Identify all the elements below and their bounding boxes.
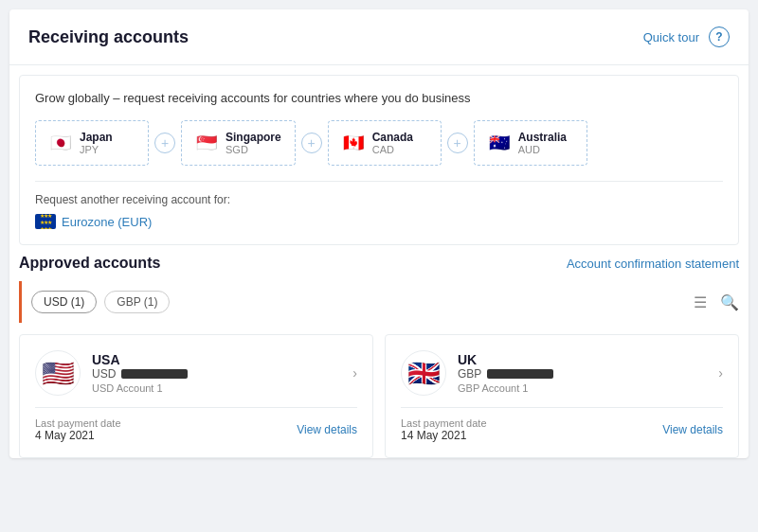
usa-account-name: USD Account 1 (92, 382, 188, 394)
eurozone-label: Eurozone (EUR) (62, 215, 152, 229)
australia-currency: AUD (518, 144, 567, 155)
main-card: Receiving accounts Quick tour ? Grow glo… (9, 9, 749, 458)
page-header: Receiving accounts Quick tour ? (9, 9, 749, 65)
uk-account-name: GBP Account 1 (458, 382, 553, 394)
usa-card-header: 🇺🇸 USA USD USD Account 1 › (35, 350, 357, 396)
usa-currency: USD (92, 367, 116, 381)
uk-card-footer: Last payment date 14 May 2021 View detai… (401, 407, 723, 442)
japan-currency: JPY (80, 144, 113, 155)
eu-flag: ★★★★★★★★★ (35, 214, 56, 229)
usa-payment-label: Last payment date (35, 417, 121, 429)
usa-chevron-icon[interactable]: › (352, 365, 357, 381)
canada-currency: CAD (372, 144, 413, 155)
grow-title: Grow globally – request receiving accoun… (35, 91, 723, 105)
help-button[interactable]: ? (709, 27, 730, 47)
uk-view-details[interactable]: View details (662, 423, 723, 436)
plus-connector-3: + (442, 133, 474, 153)
uk-account-number-mask (487, 369, 553, 379)
eurozone-link[interactable]: ★★★★★★★★★ Eurozone (EUR) (35, 214, 723, 229)
australia-flag: 🇦🇺 (488, 134, 511, 151)
japan-name: Japan (80, 131, 113, 144)
uk-card-header: 🇬🇧 UK GBP GBP Account 1 › (401, 350, 723, 396)
filter-tab-usd[interactable]: USD (1) (31, 291, 97, 313)
header-actions: Quick tour ? (643, 27, 730, 47)
usa-card-footer: Last payment date 4 May 2021 View detail… (35, 407, 357, 442)
uk-currency: GBP (458, 367, 481, 381)
account-card-uk: 🇬🇧 UK GBP GBP Account 1 › (385, 334, 739, 458)
search-icon[interactable]: 🔍 (720, 293, 739, 311)
filter-icons: ☰ 🔍 (694, 293, 739, 311)
accounts-grid: 🇺🇸 USA USD USD Account 1 › (19, 334, 739, 458)
request-text: Request another receiving account for: (35, 193, 723, 206)
account-confirmation-link[interactable]: Account confirmation statement (567, 257, 739, 271)
singapore-name: Singapore (226, 131, 281, 144)
canada-flag: 🇨🇦 (342, 134, 365, 151)
australia-name: Australia (518, 131, 567, 144)
filter-tab-gbp[interactable]: GBP (1) (104, 291, 170, 313)
plus-connector-1: + (149, 133, 181, 153)
usa-country: USA (92, 352, 188, 367)
list-view-icon[interactable]: ☰ (694, 293, 707, 311)
usa-payment-date: 4 May 2021 (35, 429, 121, 442)
page-container: Receiving accounts Quick tour ? Grow glo… (0, 0, 758, 532)
uk-payment-label: Last payment date (401, 417, 487, 429)
uk-country: UK (458, 352, 553, 367)
usa-account-number-mask (121, 369, 188, 379)
account-card-usa: 🇺🇸 USA USD USD Account 1 › (19, 334, 373, 458)
country-row: 🇯🇵 Japan JPY + 🇸🇬 Singapore SGD (35, 120, 723, 166)
approved-section: Approved accounts Account confirmation s… (19, 255, 739, 458)
singapore-flag: 🇸🇬 (195, 134, 218, 151)
plus-connector-2: + (296, 133, 328, 153)
japan-flag: 🇯🇵 (49, 134, 72, 151)
country-card-japan[interactable]: 🇯🇵 Japan JPY (35, 120, 149, 166)
uk-flag-circle: 🇬🇧 (401, 350, 446, 396)
singapore-currency: SGD (226, 144, 281, 155)
usa-view-details[interactable]: View details (297, 423, 357, 436)
page-title: Receiving accounts (28, 27, 189, 47)
divider (35, 181, 723, 182)
approved-title: Approved accounts (19, 255, 160, 272)
uk-payment-date: 14 May 2021 (401, 429, 487, 442)
canada-name: Canada (372, 131, 413, 144)
country-card-canada[interactable]: 🇨🇦 Canada CAD (328, 120, 442, 166)
country-card-singapore[interactable]: 🇸🇬 Singapore SGD (181, 120, 296, 166)
usa-flag-circle: 🇺🇸 (35, 350, 81, 396)
country-card-australia[interactable]: 🇦🇺 Australia AUD (474, 120, 587, 166)
quick-tour-button[interactable]: Quick tour (643, 30, 699, 44)
grow-globally-section: Grow globally – request receiving accoun… (19, 75, 739, 245)
uk-chevron-icon[interactable]: › (718, 365, 723, 381)
approved-header: Approved accounts Account confirmation s… (19, 255, 739, 272)
filter-bar: USD (1) GBP (1) ☰ 🔍 (19, 281, 739, 323)
filter-tabs: USD (1) GBP (1) (31, 291, 170, 313)
